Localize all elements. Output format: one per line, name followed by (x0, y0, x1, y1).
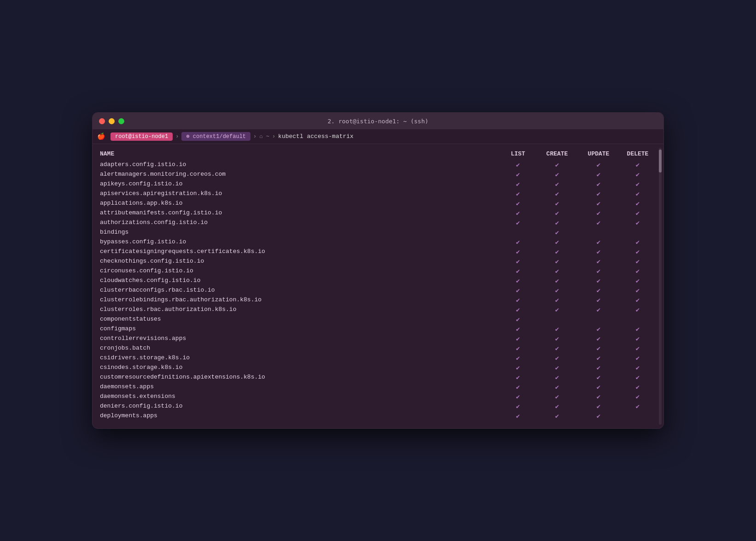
check-icon: ✔ (555, 210, 559, 217)
check-icon: ✔ (636, 210, 640, 217)
scrollbar-thumb[interactable] (659, 150, 662, 173)
breadcrumb-context: ⊛ context1/default (181, 132, 250, 141)
check-icon: ✔ (636, 364, 640, 372)
row-name-cell: customresourcedefinitions.apiextensions.… (100, 374, 500, 381)
row-update-cell: ✔ (578, 238, 619, 246)
row-name-cell: daemonsets.extensions (100, 393, 500, 401)
scrollbar-track[interactable] (659, 148, 662, 425)
check-icon: ✔ (516, 384, 520, 391)
table-row: configmaps✔✔✔✔ (100, 324, 656, 334)
breadcrumb: root@istio-node1 › ⊛ context1/default › … (110, 132, 354, 141)
check-icon: ✔ (597, 384, 600, 391)
row-list-cell: ✔ (500, 374, 536, 381)
row-list-cell: ✔ (500, 364, 536, 372)
row-delete-cell: ✔ (619, 383, 656, 391)
row-delete-cell (619, 229, 656, 236)
table-row: cronjobs.batch✔✔✔✔ (100, 344, 656, 353)
row-create-cell: ✔ (536, 267, 578, 275)
row-name-cell: daemonsets.apps (100, 383, 500, 391)
row-name-cell: certificatesigningrequests.certificates.… (100, 248, 500, 256)
check-icon: ✔ (597, 248, 600, 256)
row-create-cell: ✔ (536, 277, 578, 285)
breadcrumb-arrow-1: › (175, 133, 179, 140)
row-delete-cell: ✔ (619, 364, 656, 372)
row-update-cell: ✔ (578, 383, 619, 391)
check-icon: ✔ (516, 393, 520, 401)
check-icon: ✔ (636, 306, 640, 314)
row-delete-cell (619, 316, 656, 323)
row-list-cell: ✔ (500, 354, 536, 362)
table-row: authorizations.config.istio.io✔✔✔✔ (100, 218, 656, 228)
row-update-cell: ✔ (578, 412, 619, 420)
check-icon: ✔ (516, 161, 520, 169)
table-row: csinodes.storage.k8s.io✔✔✔✔ (100, 363, 656, 373)
row-update-cell: ✔ (578, 258, 619, 265)
check-icon: ✔ (555, 239, 559, 246)
row-name-cell: deniers.config.istio.io (100, 403, 500, 410)
row-delete-cell: ✔ (619, 200, 656, 207)
row-update-cell: ✔ (578, 403, 619, 410)
check-icon: ✔ (516, 374, 520, 381)
row-name-cell: componentstatuses (100, 316, 500, 323)
close-button[interactable] (99, 118, 105, 124)
row-list-cell: ✔ (500, 325, 536, 333)
check-icon: ✔ (555, 355, 559, 362)
row-list-cell: ✔ (500, 161, 536, 169)
row-list-cell: ✔ (500, 306, 536, 314)
check-icon: ✔ (555, 161, 559, 169)
table-row: alertmanagers.monitoring.coreos.com✔✔✔✔ (100, 170, 656, 179)
row-create-cell: ✔ (536, 393, 578, 401)
check-icon: ✔ (555, 200, 559, 207)
maximize-button[interactable] (118, 118, 124, 124)
row-list-cell: ✔ (500, 393, 536, 401)
row-create-cell: ✔ (536, 258, 578, 265)
check-icon: ✔ (597, 306, 600, 314)
col-delete-header: DELETE (619, 150, 656, 157)
row-update-cell: ✔ (578, 248, 619, 256)
row-update-cell: ✔ (578, 335, 619, 343)
row-create-cell: ✔ (536, 171, 578, 178)
col-update-header: UPDATE (578, 150, 619, 157)
check-icon: ✔ (636, 345, 640, 352)
row-create-cell: ✔ (536, 354, 578, 362)
table-row: clusterrbacconfigs.rbac.istio.io✔✔✔✔ (100, 286, 656, 295)
check-icon: ✔ (597, 413, 600, 420)
row-name-cell: alertmanagers.monitoring.coreos.com (100, 171, 500, 178)
check-icon: ✔ (555, 335, 559, 343)
row-delete-cell: ✔ (619, 306, 656, 314)
breadcrumb-command: kubectl access-matrix (278, 133, 354, 140)
row-list-cell: ✔ (500, 277, 536, 285)
check-icon: ✔ (597, 335, 600, 343)
check-icon: ✔ (636, 190, 640, 198)
row-delete-cell: ✔ (619, 354, 656, 362)
table-row: csidrivers.storage.k8s.io✔✔✔✔ (100, 353, 656, 363)
row-create-cell: ✔ (536, 209, 578, 217)
row-create-cell: ✔ (536, 412, 578, 420)
row-create-cell: ✔ (536, 238, 578, 246)
row-name-cell: deployments.apps (100, 412, 500, 420)
check-icon: ✔ (636, 335, 640, 343)
table-row: daemonsets.extensions✔✔✔✔ (100, 392, 656, 402)
check-icon: ✔ (597, 161, 600, 169)
check-icon: ✔ (597, 364, 600, 372)
check-icon: ✔ (555, 345, 559, 352)
check-icon: ✔ (597, 393, 600, 401)
check-icon: ✔ (555, 413, 559, 420)
check-icon: ✔ (636, 277, 640, 285)
check-icon: ✔ (555, 181, 559, 188)
check-icon: ✔ (555, 258, 559, 265)
row-name-cell: clusterrbacconfigs.rbac.istio.io (100, 287, 500, 294)
check-icon: ✔ (516, 239, 520, 246)
row-create-cell: ✔ (536, 403, 578, 410)
row-name-cell: cronjobs.batch (100, 345, 500, 352)
row-list-cell: ✔ (500, 383, 536, 391)
row-create-cell: ✔ (536, 287, 578, 294)
check-icon: ✔ (555, 403, 559, 410)
row-create-cell: ✔ (536, 296, 578, 304)
row-create-cell: ✔ (536, 161, 578, 169)
row-update-cell: ✔ (578, 296, 619, 304)
minimize-button[interactable] (109, 118, 115, 124)
row-name-cell: clusterrolebindings.rbac.authorization.k… (100, 296, 500, 304)
row-list-cell (500, 229, 536, 236)
row-list-cell: ✔ (500, 258, 536, 265)
